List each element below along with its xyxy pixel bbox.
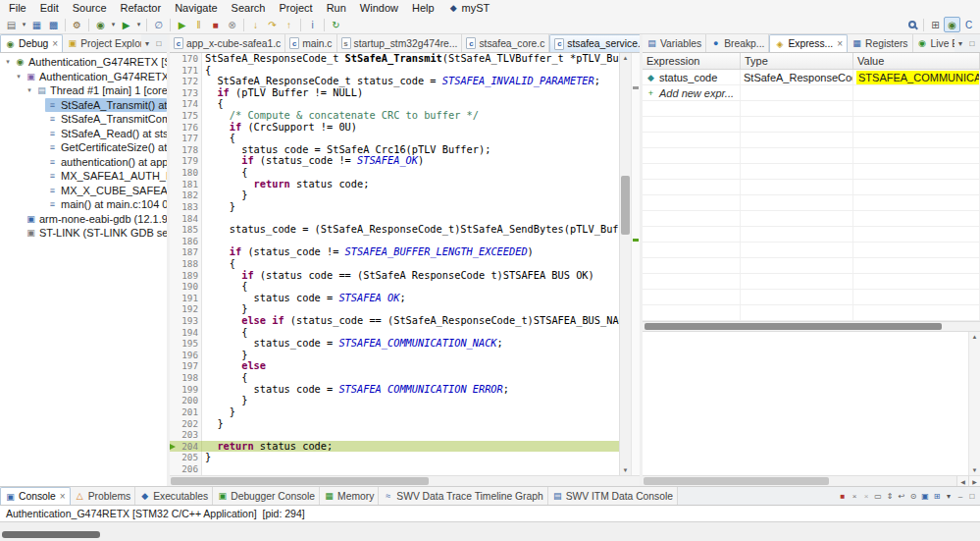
editor-tab-startup-stm32g474re[interactable]: sstartup_stm32g474re...: [337, 34, 463, 52]
line-number[interactable]: 189: [179, 270, 202, 282]
expressions-horizontal-scrollbar[interactable]: [643, 321, 980, 332]
detail-vertical-scrollbar[interactable]: ▲ ▼: [968, 332, 980, 475]
scroll-lock-button[interactable]: ⇕: [884, 489, 896, 503]
disconnect-button[interactable]: ⊗: [224, 17, 240, 32]
clear-console-button[interactable]: ▭: [872, 489, 884, 503]
view-tab-problems[interactable]: △Problems: [71, 487, 136, 505]
line-number[interactable]: 192: [179, 303, 202, 315]
add-expression-row[interactable]: +Add new expr...: [643, 85, 980, 101]
code-line[interactable]: 194 {: [170, 327, 619, 339]
code-line[interactable]: 179 if (status_code != STSAFEA_OK): [170, 155, 619, 167]
editor-tab-stsafea-service-c[interactable]: cstsafea_service.c×: [549, 34, 640, 53]
step-over-button[interactable]: ↷: [264, 17, 281, 32]
menu-search[interactable]: Search: [225, 0, 273, 16]
search-button[interactable]: [903, 17, 920, 32]
expression-row[interactable]: ◆status_codeStSafeA_ResponseCode_tSTSAFE…: [643, 70, 980, 85]
view-tab-debug[interactable]: ◉Debug×: [0, 34, 63, 53]
open-perspective-button[interactable]: ⊞: [927, 17, 944, 32]
view-tab-variables[interactable]: ▤Variables: [643, 34, 706, 52]
tree-item[interactable]: ≡StSafeA_Transmit() at sts...: [0, 98, 167, 113]
menu-source[interactable]: Source: [66, 0, 114, 16]
close-icon[interactable]: ×: [837, 38, 843, 49]
code-line[interactable]: 185 status_code = (StSafeA_ResponseCode_…: [170, 224, 619, 236]
editor-tab-main-c[interactable]: cmain.c: [285, 34, 336, 52]
minimize-button[interactable]: –: [954, 489, 966, 503]
line-number[interactable]: 174: [179, 98, 202, 110]
code-line[interactable]: 174 {: [170, 98, 619, 110]
code-line[interactable]: 203: [170, 429, 619, 441]
console-content[interactable]: Authentication_G474RETX [STM32 C/C++ App…: [0, 506, 980, 521]
line-number[interactable]: 183: [179, 201, 202, 213]
view-tab-memory[interactable]: ▦Memory: [320, 487, 379, 505]
expander-icon[interactable]: ▾: [14, 73, 24, 81]
bottom-scrollbar-thumb[interactable]: [2, 531, 100, 538]
tree-item[interactable]: ≡MX_X_CUBE_SAFEA1_Pr...: [0, 184, 167, 198]
remove-all-terminated-button[interactable]: ×: [860, 489, 872, 503]
save-button[interactable]: ▦: [28, 17, 45, 32]
scroll-right-icon[interactable]: ▶: [968, 476, 980, 486]
code-line[interactable]: 193 else if (status_code == (StSafeA_Res…: [170, 315, 619, 327]
run-button[interactable]: ▶: [118, 17, 134, 32]
line-number[interactable]: 182: [179, 189, 202, 201]
overview-ruler[interactable]: [631, 53, 640, 475]
skip-all-breakpoints-button[interactable]: ∅: [150, 17, 167, 32]
word-wrap-button[interactable]: ↩: [896, 489, 907, 503]
suspend-button[interactable]: ‖: [190, 17, 207, 32]
line-number[interactable]: 193: [179, 315, 202, 327]
line-number[interactable]: 190: [179, 281, 202, 293]
code-line[interactable]: 181 return status_code;: [170, 179, 619, 190]
view-tab-swv-data-trace-timeline-graph[interactable]: ≈SWV Data Trace Timeline Graph: [379, 487, 547, 505]
view-tab-debugger-console[interactable]: ▣Debugger Console: [213, 487, 320, 505]
code-editor[interactable]: 170StSafeA_ResponseCode_t StSafeA_Transm…: [170, 53, 619, 475]
terminate-button[interactable]: ■: [207, 17, 224, 32]
menu-project[interactable]: Project: [272, 0, 319, 16]
maximize-button[interactable]: □: [153, 36, 165, 50]
code-line[interactable]: 205}: [170, 452, 619, 463]
line-number[interactable]: 191: [179, 293, 202, 304]
instruction-stepping-button[interactable]: i: [304, 17, 321, 32]
code-line[interactable]: 172 StSafeA_ResponseCode_t status_code =…: [170, 76, 619, 87]
menu-navigate[interactable]: Navigate: [168, 0, 224, 16]
code-line[interactable]: 183 }: [170, 201, 619, 213]
tree-item[interactable]: ▣ST-LINK (ST-LINK GDB server): [0, 226, 167, 241]
editor-horizontal-scrollbar[interactable]: [170, 475, 640, 486]
code-line[interactable]: 199 status_code = STSAFEA_COMMUNICATION_…: [170, 384, 619, 396]
code-line[interactable]: 197 else: [170, 360, 619, 372]
line-number[interactable]: 177: [179, 133, 202, 144]
column-header-expression[interactable]: Expression: [643, 53, 741, 69]
tree-item[interactable]: ▾▤Thread #1 [main] 1 [core: 0]: [0, 83, 167, 98]
pin-console-button[interactable]: ⊙: [907, 489, 919, 503]
overview-marker[interactable]: [633, 86, 639, 89]
menu-run[interactable]: Run: [320, 0, 353, 16]
tree-item[interactable]: ▣arm-none-eabi-gdb (12.1.90.2...: [0, 212, 167, 227]
save-all-button[interactable]: ▩: [45, 17, 62, 32]
line-number[interactable]: 185: [179, 224, 202, 236]
code-line[interactable]: 184: [170, 213, 619, 225]
view-tab-express[interactable]: ◈Express...×: [769, 34, 848, 53]
code-line[interactable]: 188 {: [170, 258, 619, 270]
column-header-value[interactable]: Value: [853, 53, 980, 69]
maximize-button[interactable]: □: [966, 489, 978, 503]
menu-file[interactable]: File: [2, 0, 33, 16]
code-line[interactable]: 173 if (pTLV_Buffer != NULL): [170, 87, 619, 99]
code-line[interactable]: 176 if (CrcSupport != 0U): [170, 122, 619, 134]
scroll-up-icon[interactable]: ▲: [969, 332, 980, 342]
column-header-type[interactable]: Type: [741, 53, 853, 69]
line-number[interactable]: 205: [179, 452, 202, 463]
line-number[interactable]: 176: [179, 122, 202, 134]
code-line[interactable]: 195 status_code = STSAFEA_COMMUNICATION_…: [170, 338, 619, 350]
editor-vertical-scrollbar[interactable]: ▲ ▼: [619, 53, 631, 475]
line-number[interactable]: 170: [179, 53, 202, 65]
restart-button[interactable]: ↻: [328, 17, 344, 32]
line-number[interactable]: 203: [179, 429, 202, 441]
line-number[interactable]: 199: [179, 384, 202, 396]
line-number[interactable]: 187: [179, 246, 202, 258]
code-line[interactable]: 182 }: [170, 189, 619, 201]
view-tab-swv-itm-data-console[interactable]: ▤SWV ITM Data Console: [548, 487, 678, 505]
open-console-dropdown-icon[interactable]: ▾: [943, 489, 954, 503]
line-number[interactable]: 188: [179, 258, 202, 270]
current-line-marker[interactable]: [633, 239, 639, 242]
line-number[interactable]: 204: [179, 441, 202, 453]
line-number[interactable]: 175: [179, 110, 202, 122]
view-tab-registers[interactable]: ▦Registers: [848, 34, 913, 52]
